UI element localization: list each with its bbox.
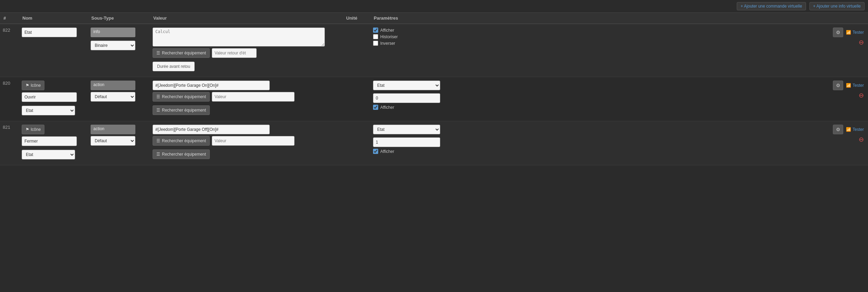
col-header-id: # <box>0 13 19 24</box>
tester-btn-822[interactable]: 📶 Tester <box>845 29 865 35</box>
row-params-822: Afficher Historiser Inverser <box>370 24 830 77</box>
rechercher-btn-1-820[interactable]: ☰ Rechercher équipement <box>153 92 210 102</box>
historiser-checkbox-822[interactable] <box>373 34 378 39</box>
rechercher-btn-2-820[interactable]: ☰ Rechercher équipement <box>153 105 210 115</box>
nom-input-820[interactable] <box>22 92 77 102</box>
add-info-button[interactable]: + Ajouter une info virtuelle <box>809 2 865 10</box>
wifi-icon: 📶 <box>846 30 851 35</box>
wifi-icon: 📶 <box>846 127 851 132</box>
db-icon: ☰ <box>156 108 160 113</box>
rechercher-btn-2-821[interactable]: ☰ Rechercher équipement <box>153 149 210 159</box>
row-actions-820: ⚙ 📶 Tester ⊖ <box>830 77 868 121</box>
db-icon: ☰ <box>156 152 160 157</box>
afficher-checkbox-820[interactable] <box>373 105 378 110</box>
row-valeur-820: ☰ Rechercher équipement ☰ Rechercher équ… <box>150 77 343 121</box>
top-bar: + Ajouter une commande virtuelle + Ajout… <box>0 0 868 13</box>
col-header-valeur: Valeur <box>150 13 343 24</box>
gear-btn-821[interactable]: ⚙ <box>833 125 843 134</box>
sous-type-select-822[interactable]: Binaire Numérique Texte <box>91 41 135 50</box>
col-header-params: Paramètres <box>370 13 830 24</box>
row-valeur-821: ☰ Rechercher équipement ☰ Rechercher équ… <box>150 121 343 165</box>
row-id-820: 820 <box>0 77 19 121</box>
icone-btn-820[interactable]: ⚑ Icône <box>22 81 44 90</box>
db-icon: ☰ <box>156 138 160 143</box>
subtype-label-822: info <box>91 28 135 37</box>
row-nom-820: ⚑ Icône Etat Autre <box>19 77 88 121</box>
row-unite-822 <box>343 24 370 77</box>
nom-input-821[interactable] <box>22 136 77 146</box>
defaut-select-820[interactable]: Défaut Autre <box>91 92 135 102</box>
afficher-label-822: Afficher <box>380 28 394 33</box>
gear-btn-822[interactable]: ⚙ <box>833 28 843 37</box>
row-sous-type-820: action Défaut Autre <box>88 77 150 121</box>
row-id-821: 821 <box>0 121 19 165</box>
table-row: 820 ⚑ Icône Etat Autre <box>0 77 868 121</box>
duree-btn-822[interactable]: Durée avant retou <box>153 62 195 71</box>
etat-select-821[interactable]: Etat Autre <box>22 150 75 159</box>
defaut-select-821[interactable]: Défaut Autre <box>91 136 135 146</box>
table-row: 821 ⚑ Icône Etat Autre <box>0 121 868 165</box>
flag-icon: ⚑ <box>25 83 29 88</box>
row-id-822: 822 <box>0 24 19 77</box>
afficher-checkbox-821[interactable] <box>373 149 378 154</box>
subtype-label-820: action <box>91 81 135 90</box>
valeur-main-input-821[interactable] <box>153 125 270 134</box>
commands-table: # Nom Sous-Type Valeur Unité Paramètres … <box>0 13 868 165</box>
remove-btn-820[interactable]: ⊖ <box>857 92 865 98</box>
row-unite-820 <box>343 77 370 121</box>
row-actions-822: ⚙ 📶 Tester ⊖ <box>830 24 868 77</box>
valeur-small-input-820[interactable] <box>212 92 294 102</box>
wifi-icon: 📶 <box>846 83 851 88</box>
rechercher-btn-1-822[interactable]: ☰ Rechercher équipement <box>153 48 210 58</box>
tester-btn-820[interactable]: 📶 Tester <box>845 82 865 88</box>
row-nom-821: ⚑ Icône Etat Autre <box>19 121 88 165</box>
row-sous-type-821: action Défaut Autre <box>88 121 150 165</box>
row-nom-822 <box>19 24 88 77</box>
row-unite-821 <box>343 121 370 165</box>
params-select-820[interactable]: Etat Autre <box>373 81 440 90</box>
params-value-input-821[interactable] <box>373 137 440 147</box>
table-row: 822 info Binaire Numérique Texte <box>0 24 868 77</box>
remove-btn-821[interactable]: ⊖ <box>857 136 865 143</box>
etat-select-820[interactable]: Etat Autre <box>22 106 75 115</box>
row-params-821: Etat Autre Afficher <box>370 121 830 165</box>
inverser-label-822: Inverser <box>380 41 395 46</box>
remove-btn-822[interactable]: ⊖ <box>857 39 865 45</box>
row-valeur-822: ☰ Rechercher équipement Durée avant reto… <box>150 24 343 77</box>
calcul-textarea-822[interactable] <box>153 28 325 46</box>
db-icon: ☰ <box>156 94 160 99</box>
row-params-820: Etat Autre Afficher <box>370 77 830 121</box>
add-cmd-button[interactable]: + Ajouter une commande virtuelle <box>737 2 806 10</box>
afficher-checkbox-822[interactable] <box>373 28 378 33</box>
afficher-label-821: Afficher <box>380 149 394 154</box>
valeur-main-input-820[interactable] <box>153 81 270 90</box>
col-header-unite: Unité <box>343 13 370 24</box>
params-select-821[interactable]: Etat Autre <box>373 125 440 134</box>
row-actions-821: ⚙ 📶 Tester ⊖ <box>830 121 868 165</box>
rechercher-btn-1-821[interactable]: ☰ Rechercher équipement <box>153 136 210 146</box>
icone-btn-821[interactable]: ⚑ Icône <box>22 125 44 134</box>
flag-icon: ⚑ <box>25 127 29 132</box>
col-header-nom: Nom <box>19 13 88 24</box>
db-icon: ☰ <box>156 51 160 55</box>
tester-btn-821[interactable]: 📶 Tester <box>845 126 865 133</box>
params-value-input-820[interactable] <box>373 93 440 103</box>
gear-btn-820[interactable]: ⚙ <box>833 81 843 90</box>
row-sous-type-822: info Binaire Numérique Texte <box>88 24 150 77</box>
valeur-retour-input-822[interactable] <box>212 48 257 58</box>
nom-input-822[interactable] <box>22 28 77 37</box>
inverser-checkbox-822[interactable] <box>373 41 378 46</box>
historiser-label-822: Historiser <box>380 34 398 39</box>
col-header-actions <box>830 13 868 24</box>
valeur-small-input-821[interactable] <box>212 136 294 146</box>
col-header-sous-type: Sous-Type <box>88 13 150 24</box>
afficher-label-820: Afficher <box>380 105 394 110</box>
subtype-label-821: action <box>91 125 135 134</box>
